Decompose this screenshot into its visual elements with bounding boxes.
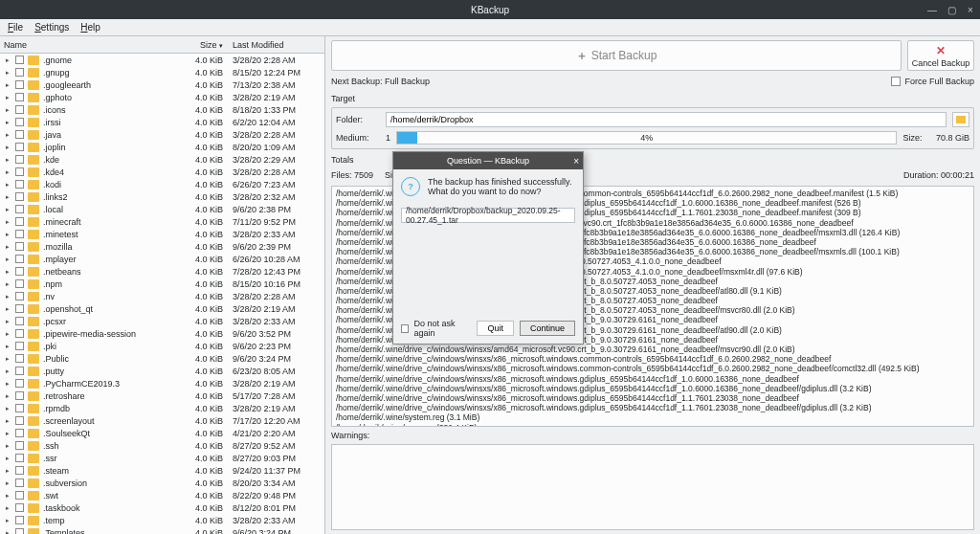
expand-icon[interactable]: ▸: [6, 517, 15, 524]
row-checkbox[interactable]: [15, 230, 24, 238]
tree-row[interactable]: ▸.minecraft4.0 KiB7/11/20 9:52 PM: [0, 215, 324, 228]
expand-icon[interactable]: ▸: [6, 467, 15, 475]
row-checkbox[interactable]: [15, 342, 24, 350]
menu-help[interactable]: Help: [77, 20, 104, 34]
expand-icon[interactable]: ▸: [6, 144, 15, 151]
row-checkbox[interactable]: [15, 68, 24, 77]
row-checkbox[interactable]: [15, 317, 24, 325]
maximize-icon[interactable]: ▢: [946, 4, 957, 15]
tree-row[interactable]: ▸.links24.0 KiB3/28/20 2:32 AM: [0, 190, 324, 203]
dont-ask-checkbox[interactable]: [401, 324, 409, 333]
tree-row[interactable]: ▸.screenlayout4.0 KiB7/17/20 12:20 AM: [0, 414, 324, 427]
tree-row[interactable]: ▸.googleearth4.0 KiB7/13/20 2:38 AM: [0, 78, 324, 91]
row-checkbox[interactable]: [15, 192, 24, 201]
row-checkbox[interactable]: [15, 354, 24, 363]
expand-icon[interactable]: ▸: [6, 355, 15, 363]
row-checkbox[interactable]: [15, 279, 24, 288]
close-icon[interactable]: ×: [965, 4, 976, 15]
dialog-close-icon[interactable]: ×: [573, 156, 579, 167]
row-checkbox[interactable]: [15, 155, 24, 164]
row-checkbox[interactable]: [15, 118, 24, 126]
expand-icon[interactable]: ▸: [6, 256, 15, 263]
tree-row[interactable]: ▸.Templates4.0 KiB9/6/20 3:24 PM: [0, 526, 324, 534]
continue-button[interactable]: Continue: [520, 321, 575, 336]
row-checkbox[interactable]: [15, 267, 24, 276]
row-checkbox[interactable]: [15, 80, 24, 89]
row-checkbox[interactable]: [15, 143, 24, 151]
row-checkbox[interactable]: [15, 304, 24, 313]
tree-row[interactable]: ▸.icons4.0 KiB8/18/20 1:33 PM: [0, 103, 324, 116]
tree-row[interactable]: ▸.subversion4.0 KiB8/20/20 3:34 AM: [0, 477, 324, 489]
row-checkbox[interactable]: [15, 329, 24, 338]
row-checkbox[interactable]: [15, 503, 24, 512]
tree-row[interactable]: ▸.rpmdb4.0 KiB3/28/20 2:19 AM: [0, 402, 324, 414]
tree-row[interactable]: ▸.irssi4.0 KiB6/2/20 12:04 AM: [0, 116, 324, 128]
row-checkbox[interactable]: [15, 180, 24, 189]
row-checkbox[interactable]: [15, 478, 24, 487]
tree-row[interactable]: ▸.java4.0 KiB3/28/20 2:28 AM: [0, 128, 324, 141]
row-checkbox[interactable]: [15, 404, 24, 412]
browse-folder-button[interactable]: [952, 112, 969, 127]
row-checkbox[interactable]: [15, 93, 24, 101]
row-checkbox[interactable]: [15, 466, 24, 475]
expand-icon[interactable]: ▸: [6, 231, 15, 238]
tree-row[interactable]: ▸.taskbook4.0 KiB8/12/20 8:01 PM: [0, 501, 324, 514]
expand-icon[interactable]: ▸: [6, 380, 15, 388]
row-checkbox[interactable]: [15, 56, 24, 64]
row-checkbox[interactable]: [15, 429, 24, 437]
row-checkbox[interactable]: [15, 242, 24, 251]
col-name[interactable]: Name: [0, 40, 181, 50]
expand-icon[interactable]: ▸: [6, 343, 15, 350]
target-folder-input[interactable]: [386, 112, 947, 127]
expand-icon[interactable]: ▸: [6, 106, 15, 114]
tree-row[interactable]: ▸.pipewire-media-session4.0 KiB9/6/20 3:…: [0, 327, 324, 340]
tree-row[interactable]: ▸.openshot_qt4.0 KiB3/28/20 2:19 AM: [0, 302, 324, 315]
expand-icon[interactable]: ▸: [6, 405, 15, 412]
row-checkbox[interactable]: [15, 367, 24, 375]
expand-icon[interactable]: ▸: [6, 218, 15, 226]
menu-settings[interactable]: Settings: [31, 20, 73, 34]
tree-row[interactable]: ▸.retroshare4.0 KiB5/17/20 7:28 AM: [0, 389, 324, 402]
tree-row[interactable]: ▸.gphoto4.0 KiB3/28/20 2:19 AM: [0, 91, 324, 103]
row-checkbox[interactable]: [15, 454, 24, 462]
tree-row[interactable]: ▸.joplin4.0 KiB8/20/20 1:09 AM: [0, 141, 324, 153]
expand-icon[interactable]: ▸: [6, 504, 15, 512]
expand-icon[interactable]: ▸: [6, 168, 15, 176]
row-checkbox[interactable]: [15, 516, 24, 524]
expand-icon[interactable]: ▸: [6, 293, 15, 300]
row-checkbox[interactable]: [15, 105, 24, 114]
force-full-checkbox[interactable]: [891, 77, 901, 86]
expand-icon[interactable]: ▸: [6, 305, 15, 313]
expand-icon[interactable]: ▸: [6, 243, 15, 251]
warnings-output[interactable]: [331, 444, 974, 530]
quit-button[interactable]: Quit: [477, 321, 514, 336]
tree-row[interactable]: ▸.gnome4.0 KiB3/28/20 2:28 AM: [0, 54, 324, 66]
tree-row[interactable]: ▸.kodi4.0 KiB6/26/20 7:23 AM: [0, 178, 324, 190]
tree-row[interactable]: ▸.SoulseekQt4.0 KiB4/21/20 2:20 AM: [0, 427, 324, 439]
tree-row[interactable]: ▸.swt4.0 KiB8/22/20 9:48 PM: [0, 489, 324, 501]
tree-row[interactable]: ▸.npm4.0 KiB8/15/20 10:16 PM: [0, 278, 324, 290]
tree-row[interactable]: ▸.kde4.0 KiB3/28/20 2:29 AM: [0, 153, 324, 166]
row-checkbox[interactable]: [15, 217, 24, 226]
expand-icon[interactable]: ▸: [6, 430, 15, 437]
row-checkbox[interactable]: [15, 255, 24, 263]
expand-icon[interactable]: ▸: [6, 268, 15, 276]
expand-icon[interactable]: ▸: [6, 479, 15, 487]
start-backup-button[interactable]: ＋ Start Backup: [331, 40, 902, 71]
tree-row[interactable]: ▸.pki4.0 KiB9/6/20 2:23 PM: [0, 340, 324, 352]
row-checkbox[interactable]: [15, 379, 24, 388]
expand-icon[interactable]: ▸: [6, 442, 15, 450]
row-checkbox[interactable]: [15, 416, 24, 425]
tree-body[interactable]: ▸.gnome4.0 KiB3/28/20 2:28 AM▸.gnupg4.0 …: [0, 54, 324, 534]
tree-row[interactable]: ▸.Public4.0 KiB9/6/20 3:24 PM: [0, 352, 324, 365]
tree-row[interactable]: ▸.mplayer4.0 KiB6/26/20 10:28 AM: [0, 253, 324, 265]
tree-row[interactable]: ▸.steam4.0 KiB9/24/20 11:37 PM: [0, 464, 324, 477]
tree-row[interactable]: ▸.netbeans4.0 KiB7/28/20 12:43 PM: [0, 265, 324, 278]
backup-path-display[interactable]: /home/derrik/Dropbox/backup_2020.09.25-0…: [401, 208, 575, 223]
tree-row[interactable]: ▸.putty4.0 KiB6/23/20 8:05 AM: [0, 365, 324, 377]
expand-icon[interactable]: ▸: [6, 280, 15, 288]
tree-row[interactable]: ▸.pcsxr4.0 KiB3/28/20 2:33 AM: [0, 315, 324, 327]
expand-icon[interactable]: ▸: [6, 193, 15, 201]
expand-icon[interactable]: ▸: [6, 392, 15, 400]
expand-icon[interactable]: ▸: [6, 492, 15, 500]
